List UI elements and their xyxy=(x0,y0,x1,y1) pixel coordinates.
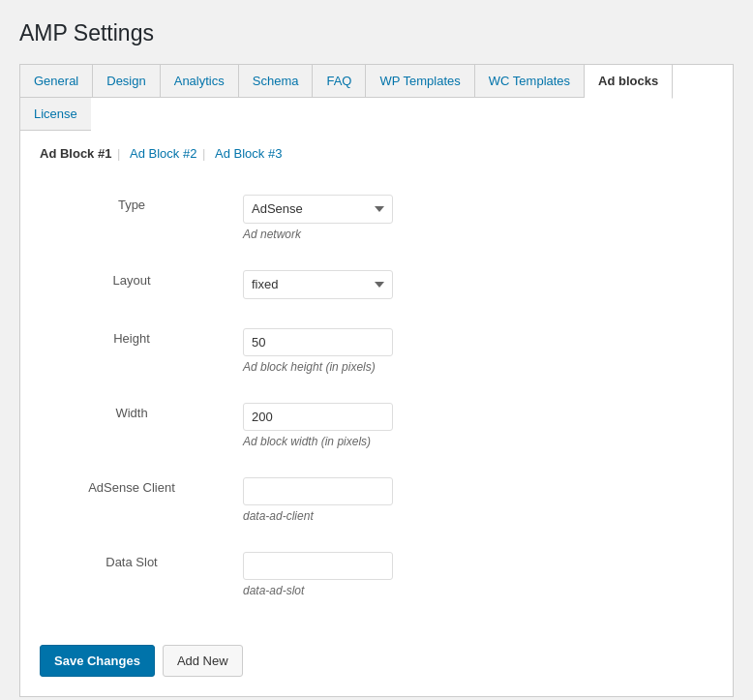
tab-analytics[interactable]: Analytics xyxy=(161,65,239,98)
layout-label: Layout xyxy=(112,273,150,288)
tab-schema[interactable]: Schema xyxy=(239,65,314,98)
adsense-client-row: AdSense Client data-ad-client xyxy=(40,463,713,537)
data-slot-row: Data Slot data-ad-slot xyxy=(40,537,713,612)
type-row: Type AdSense Ad Manager Amazon A9 Custom… xyxy=(40,180,713,256)
adblock2-link[interactable]: Ad Block #2 xyxy=(130,146,196,161)
tab-faq[interactable]: FAQ xyxy=(313,65,366,98)
tab-wp-templates[interactable]: WP Templates xyxy=(366,65,474,98)
adblock1-link: Ad Block #1 xyxy=(40,146,111,161)
adblock3-link[interactable]: Ad Block #3 xyxy=(215,146,282,161)
data-slot-input[interactable] xyxy=(243,552,393,580)
nav-tabs: General Design Analytics Schema FAQ WP T… xyxy=(19,64,734,131)
data-slot-label: Data Slot xyxy=(105,555,157,569)
width-label: Width xyxy=(115,406,147,420)
sub-nav: Ad Block #1 | Ad Block #2 | Ad Block #3 xyxy=(40,146,713,161)
save-changes-button[interactable]: Save Changes xyxy=(40,645,155,677)
layout-row: Layout fixed responsive fixed-height fil… xyxy=(40,256,713,314)
form-table: Type AdSense Ad Manager Amazon A9 Custom… xyxy=(40,180,713,612)
page-title: AMP Settings xyxy=(19,19,734,48)
separator2: | xyxy=(202,146,209,161)
tab-wc-templates[interactable]: WC Templates xyxy=(475,65,585,98)
type-select[interactable]: AdSense Ad Manager Amazon A9 Custom xyxy=(243,195,393,224)
data-slot-description: data-ad-slot xyxy=(243,584,704,597)
adsense-client-description: data-ad-client xyxy=(243,509,704,523)
height-label: Height xyxy=(113,331,150,346)
height-input[interactable] xyxy=(243,328,393,356)
add-new-button[interactable]: Add New xyxy=(163,645,243,677)
type-label: Type xyxy=(118,198,145,212)
width-input[interactable] xyxy=(243,403,393,431)
type-description: Ad network xyxy=(243,228,704,241)
separator1: | xyxy=(117,146,124,161)
tab-license[interactable]: License xyxy=(20,98,91,131)
page-wrapper: AMP Settings General Design Analytics Sc… xyxy=(0,0,753,700)
content-area: Ad Block #1 | Ad Block #2 | Ad Block #3 … xyxy=(19,131,734,697)
width-description: Ad block width (in pixels) xyxy=(243,435,704,448)
tab-design[interactable]: Design xyxy=(93,65,160,98)
tab-general[interactable]: General xyxy=(20,65,93,98)
tab-ad-blocks[interactable]: Ad blocks xyxy=(585,65,673,99)
layout-select[interactable]: fixed responsive fixed-height fill xyxy=(243,270,393,299)
height-row: Height Ad block height (in pixels) xyxy=(40,314,713,388)
width-row: Width Ad block width (in pixels) xyxy=(40,388,713,463)
footer-buttons: Save Changes Add New xyxy=(40,631,713,677)
adsense-client-label: AdSense Client xyxy=(88,480,175,495)
height-description: Ad block height (in pixels) xyxy=(243,360,704,374)
adsense-client-input[interactable] xyxy=(243,477,393,505)
